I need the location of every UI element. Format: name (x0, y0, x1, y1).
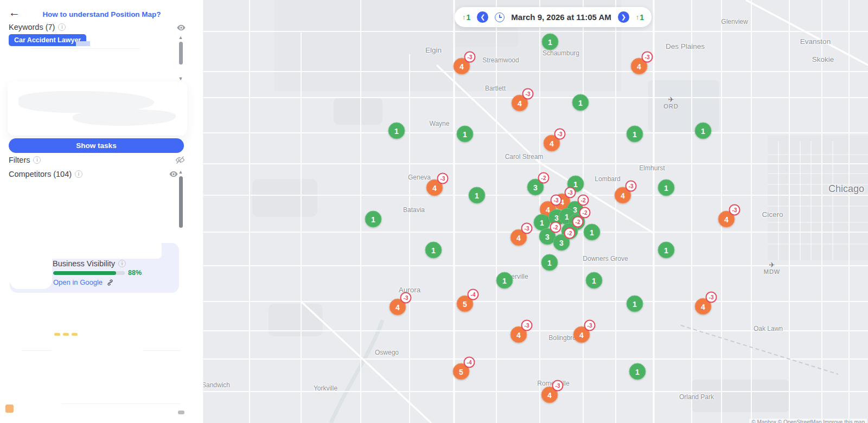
info-icon[interactable]: i (118, 260, 126, 267)
rank-change-badge: -2 (564, 228, 576, 239)
rank-marker-green[interactable]: 1 (496, 272, 513, 289)
rank-marker-orange[interactable]: 4-3 (695, 298, 712, 315)
rank-marker-orange[interactable]: 4-3 (631, 58, 648, 75)
rank-change-left: ↑1 (462, 13, 470, 22)
competitors-scrollbar[interactable]: ▲ (177, 169, 184, 229)
rank-marker-orange[interactable]: 4-3 (573, 326, 590, 343)
info-icon[interactable]: i (58, 23, 66, 31)
rank-marker-green[interactable]: 1 (658, 180, 675, 196)
divider (143, 350, 181, 351)
rank-change-badge: -3 (522, 88, 534, 100)
rank-change-right: ↑1 (636, 13, 644, 22)
sidebar: ← How to understand Position Map? Keywor… (0, 0, 203, 423)
city-label: Des Plaines (666, 42, 705, 50)
rank-marker-orange[interactable]: 4-3 (718, 211, 735, 228)
rank-marker-orange[interactable]: 4-3 (512, 95, 528, 112)
city-label: Elmhurst (639, 164, 665, 172)
rank-marker-orange[interactable]: 4-3 (541, 387, 558, 403)
rank-change-badge: -4 (464, 357, 475, 368)
info-icon[interactable]: i (75, 170, 82, 178)
city-label: Cicero (762, 210, 783, 219)
filters-section-header: Filters i (9, 156, 41, 164)
info-icon[interactable]: i (33, 156, 41, 164)
rank-marker-green[interactable]: 1 (629, 363, 646, 380)
city-label: Geneva (408, 174, 431, 181)
rank-marker-orange[interactable]: 4-3 (454, 58, 470, 75)
keywords-scrollbar[interactable]: ▲ ▼ (177, 35, 184, 81)
visibility-progress-fill (53, 271, 116, 275)
date-navigation-bar: ↑1 ❮ March 9, 2026 at 11:05 AM ❯ ↑1 (455, 7, 652, 27)
redacted-thumbnail (5, 405, 14, 413)
rank-marker-green[interactable]: 3-2 (527, 179, 544, 196)
business-visibility-label: Business Visibility (53, 259, 115, 268)
rank-change-badge: -3 (554, 129, 566, 140)
divider (22, 350, 52, 351)
divider (61, 403, 181, 404)
scroll-thumb[interactable] (179, 42, 183, 65)
city-label: Streamwood (482, 56, 519, 64)
map-attribution[interactable]: © Mapbox © OpenStreetMap Improve this ma… (749, 419, 867, 423)
rank-marker-orange[interactable]: 4-3 (544, 135, 560, 152)
keywords-visibility-eye-icon[interactable] (176, 23, 186, 33)
rank-marker-green[interactable]: 1 (541, 254, 558, 271)
rank-change-badge: -3 (552, 380, 564, 392)
howto-position-map-link[interactable]: How to understand Position Map? (0, 10, 203, 18)
show-tasks-button[interactable]: Show tasks (9, 138, 184, 153)
scroll-up-icon[interactable]: ▲ (177, 169, 184, 175)
rank-marker-orange[interactable]: 4-3 (615, 187, 631, 204)
rank-marker-green[interactable]: 1 (542, 34, 559, 50)
rank-marker-green[interactable]: 1 (388, 123, 405, 139)
rank-marker-green[interactable]: 1 (627, 296, 643, 312)
rank-marker-green[interactable]: 1 (457, 126, 474, 143)
open-in-google-link[interactable]: Open in Google (53, 278, 114, 286)
city-label: Orland Park (679, 393, 714, 401)
rank-marker-green[interactable]: 1 (586, 272, 603, 289)
rank-marker-orange[interactable]: 4-3 (390, 299, 406, 316)
redacted-rating-fragment (54, 333, 78, 336)
scroll-thumb[interactable] (179, 176, 183, 228)
rank-change-badge: -3 (642, 52, 653, 63)
city-label: Carol Stream (505, 153, 544, 161)
keyword-chip[interactable]: Car Accident Lawyer (9, 34, 86, 46)
rank-marker-green[interactable]: 1 (695, 123, 712, 139)
prev-date-button[interactable]: ❮ (477, 11, 488, 23)
next-date-button[interactable]: ❯ (618, 11, 629, 23)
rank-change-badge: -3 (437, 173, 449, 184)
rank-marker-orange[interactable]: 4-3 (510, 229, 527, 246)
city-label: Sandwich (203, 381, 230, 389)
rank-marker-green[interactable]: 1 (658, 242, 675, 259)
rank-change-badge: -3 (584, 320, 596, 331)
rank-marker-green[interactable]: 1 (469, 187, 486, 204)
rank-change-badge: -3 (565, 187, 576, 198)
city-label: Elgin (425, 46, 442, 54)
rank-marker-green[interactable]: 1 (572, 94, 589, 111)
competitors-section-header: Competitors (104) i (9, 170, 82, 178)
rank-marker-green[interactable]: 1 (584, 224, 601, 241)
rank-change-badge: -3 (464, 52, 476, 63)
scroll-up-icon[interactable]: ▲ (177, 35, 184, 40)
visibility-percent: 88% (128, 269, 142, 277)
filters-visibility-eye-off-icon[interactable] (175, 155, 185, 165)
scrollbar-nub[interactable] (178, 411, 184, 414)
airport-label-mdw: ✈MDW (764, 262, 781, 275)
rank-marker-orange[interactable]: 4-3 (510, 326, 527, 343)
rank-marker-orange[interactable]: 5-4 (457, 296, 474, 312)
rank-marker-green[interactable]: 1 (627, 126, 643, 143)
city-label: Skokie (812, 55, 834, 63)
airplane-icon: ✈ (764, 262, 781, 268)
rank-change-badge: -4 (468, 289, 479, 300)
rank-marker-orange[interactable]: 4-3 (426, 180, 443, 196)
rank-marker-green[interactable]: 1 (365, 211, 382, 228)
map-canvas[interactable]: GlenviewEvanstonDes PlainesSkokieSchaumb… (203, 0, 868, 423)
filters-label: Filters (9, 156, 30, 164)
rank-change-badge: -3 (521, 223, 533, 234)
city-label: Schaumburg (542, 49, 579, 57)
rank-marker-green[interactable]: 1 (425, 242, 442, 259)
city-label: Bartlett (485, 85, 506, 92)
history-clock-icon[interactable] (495, 12, 505, 22)
rank-change-badge: -3 (626, 181, 637, 192)
rank-marker-orange[interactable]: 5-4 (453, 363, 470, 380)
rank-change-badge: -3 (521, 320, 533, 331)
scroll-down-icon[interactable]: ▼ (177, 76, 184, 81)
rank-marker-green[interactable]: 3-2 (553, 234, 570, 251)
